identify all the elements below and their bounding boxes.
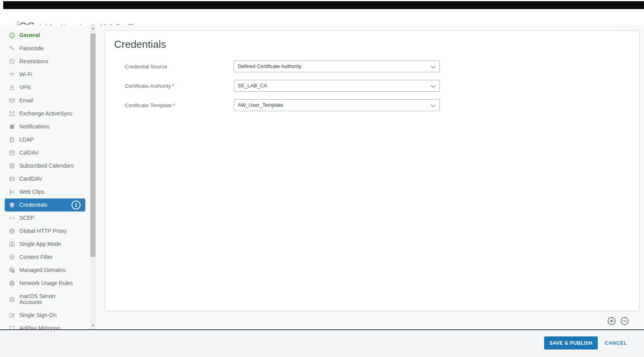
notification-square-icon [9, 123, 15, 130]
wifi-icon [9, 71, 15, 78]
sidebar-item-vpn[interactable]: VPN [0, 81, 90, 94]
credential-source-select[interactable]: Defined Certificate Authority [234, 60, 440, 72]
add-payload-button[interactable] [607, 317, 616, 325]
scissors-icon [9, 189, 15, 195]
sidebar-item-label: LDAP [19, 137, 34, 143]
payload-panel: Credentials Credential SourceDefined Cer… [105, 30, 640, 311]
sidebar-item-label: SCEP [19, 215, 34, 221]
calendar-icon: 31 [9, 149, 15, 156]
sidebar-item-scep[interactable]: SCEP [0, 212, 90, 225]
form-row-credential-source: Credential SourceDefined Certificate Aut… [105, 60, 639, 72]
server-globe-icon [9, 296, 15, 303]
sidebar-item-passcode[interactable]: Passcode [0, 42, 90, 55]
lock-icon [9, 84, 15, 91]
sidebar-item-label: Global HTTP Proxy [19, 228, 67, 234]
certificate-template-select[interactable]: AW_User_Template [234, 99, 440, 111]
chevron-down-icon [431, 64, 435, 68]
field-label: Certificate Template* [125, 102, 234, 108]
info-icon [9, 32, 15, 39]
sidebar-item-single-sign-on[interactable]: Single Sign-On [0, 309, 90, 322]
form-rows: Credential SourceDefined Certificate Aut… [105, 60, 639, 111]
sidebar-item-email[interactable]: Email [0, 94, 90, 107]
sidebar-item-carddav[interactable]: CardDAV [0, 172, 90, 185]
sidebar-item-restrictions[interactable]: Restrictions [0, 55, 90, 68]
sidebar-scrollbar[interactable]: ▲ ▼ [90, 25, 96, 329]
sidebar-item-label: CalDAV [19, 150, 39, 156]
mail-icon [9, 97, 15, 104]
field-label: Credential Source [125, 64, 234, 70]
key-icon [9, 45, 15, 52]
select-value: Defined Certificate Authority [238, 61, 301, 72]
sidebar-item-label: General [19, 32, 40, 38]
sidebar-item-airplay-mirroring[interactable]: AirPlay Mirroring [0, 322, 90, 329]
sidebar-item-label: Single Sign-On [19, 312, 56, 318]
globe-icon [9, 228, 15, 234]
sidebar-item-credentials[interactable]: Credentials1 [5, 198, 85, 212]
payload-count-badge: 1 [71, 200, 81, 210]
certificate-authority-select[interactable]: SE_LAB_CA [234, 80, 440, 92]
address-book-icon [9, 136, 15, 143]
sidebar-item-label: Passcode [19, 45, 43, 51]
sidebar-item-exchange-activesync[interactable]: Exchange ActiveSync [0, 107, 90, 120]
sidebar-item-label: Restrictions [19, 59, 48, 64]
payload-sidebar: GeneralPasscodeRestrictionsWi-FiVPNEmail… [0, 25, 90, 329]
remove-payload-button[interactable] [620, 317, 629, 325]
sidebar-item-managed-domains[interactable]: Managed Domains [0, 264, 90, 277]
sidebar-item-label: Wi-Fi [19, 72, 32, 77]
sidebar-item-label: CardDAV [19, 176, 42, 182]
select-value: AW_User_Template [238, 100, 283, 111]
profile-modal: iOS Add a New Apple iOS Profile × Genera… [0, 0, 644, 357]
sidebar-item-macos-server-accounts[interactable]: macOS Server Accounts [0, 290, 90, 309]
sidebar-item-label: Managed Domains [19, 267, 66, 273]
page-top-bar [3, 1, 644, 9]
cancel-button[interactable]: CANCEL [605, 340, 627, 346]
code-arrows-icon [9, 215, 15, 221]
minus-circle-icon [620, 317, 629, 325]
edit-square-icon [9, 312, 15, 319]
sidebar-item-label: Notifications [19, 124, 49, 130]
chevron-down-icon [431, 83, 435, 87]
sidebar-item-subscribed-calendars[interactable]: Subscribed Calendars [0, 159, 90, 172]
compass-icon [9, 254, 15, 261]
display-icon [9, 325, 15, 329]
modal-footer: SAVE & PUBLISH CANCEL [0, 330, 644, 357]
sidebar-item-label: VPN [19, 85, 31, 91]
payload-steppers [607, 317, 629, 325]
sync-arrows-icon [9, 110, 15, 117]
globe-doc-icon [9, 267, 15, 274]
sidebar-item-caldav[interactable]: 31CalDAV [0, 146, 90, 159]
panel-title: Credentials [114, 38, 639, 51]
modal-body: GeneralPasscodeRestrictionsWi-FiVPNEmail… [0, 25, 644, 329]
contact-card-icon [9, 176, 15, 182]
form-row-certificate-authority: Certificate Authority*SE_LAB_CA [105, 80, 639, 92]
sidebar-item-label: Single App Mode [19, 241, 61, 247]
sidebar-item-web-clips[interactable]: Web Clips [0, 185, 90, 198]
app-lock-icon [9, 241, 15, 247]
modal-header: iOS Add a New Apple iOS Profile × [0, 9, 644, 25]
save-and-publish-button[interactable]: SAVE & PUBLISH [544, 336, 598, 349]
select-value: SE_LAB_CA [238, 80, 267, 91]
sidebar-item-global-http-proxy[interactable]: Global HTTP Proxy [0, 225, 90, 238]
required-asterisk: * [173, 102, 175, 108]
sidebar-item-notifications[interactable]: Notifications [0, 120, 90, 133]
shield-icon [9, 202, 15, 208]
sidebar-item-single-app-mode[interactable]: Single App Mode [0, 238, 90, 251]
scroll-up-icon[interactable]: ▲ [90, 26, 96, 31]
scroll-down-icon[interactable]: ▼ [90, 323, 96, 329]
sidebar-item-ldap[interactable]: LDAP [0, 133, 90, 146]
field-label: Certificate Authority* [125, 83, 234, 89]
scrollbar-thumb[interactable] [90, 34, 96, 257]
sidebar-item-general[interactable]: General [0, 29, 90, 42]
sidebar-item-content-filter[interactable]: Content Filter [0, 251, 90, 264]
sidebar-item-wifi[interactable]: Wi-Fi [0, 68, 90, 81]
svg-text:31: 31 [11, 152, 13, 155]
ban-icon [9, 58, 15, 65]
sidebar-item-label: Credentials [19, 202, 47, 208]
sidebar-item-network-usage-rules[interactable]: Network Usage Rules [0, 277, 90, 290]
calendar-plus-icon [9, 162, 15, 169]
sidebar-item-label: Web Clips [19, 189, 45, 195]
chevron-down-icon [431, 102, 435, 107]
sidebar-item-label: Email [19, 98, 33, 104]
sidebar-item-label: Network Usage Rules [19, 280, 73, 286]
sidebar-item-label: macOS Server Accounts [19, 293, 67, 305]
